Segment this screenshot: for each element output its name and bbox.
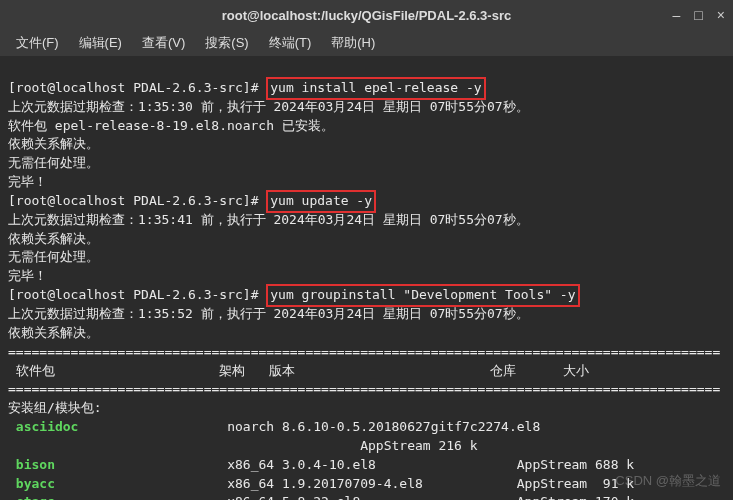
pkg-installed: 软件包 epel-release-8-19.el8.noarch 已安装。 [8,118,334,133]
window-title: root@localhost:/lucky/QGisFile/PDAL-2.6.… [222,8,511,23]
separator: ========================================… [8,381,720,396]
dep-resolved: 依赖关系解决。 [8,231,99,246]
separator: ========================================… [8,344,720,359]
highlight-cmd2: yum update -y [266,190,376,213]
col-arch: 架构 [219,363,245,378]
menu-view[interactable]: 查看(V) [134,32,193,54]
menu-file[interactable]: 文件(F) [8,32,67,54]
menu-terminal[interactable]: 终端(T) [261,32,320,54]
terminal-output[interactable]: [root@localhost PDAL-2.6.3-src]# yum ins… [0,56,733,500]
dep-resolved: 依赖关系解决。 [8,325,99,340]
minimize-icon[interactable]: – [673,7,681,23]
col-repo: 仓库 [490,363,516,378]
prompt: [root@localhost PDAL-2.6.3-src]# [8,80,266,95]
group-label: 安装组/模块包: [8,400,102,415]
prompt: [root@localhost PDAL-2.6.3-src]# [8,287,266,302]
pkg-details: x86_64 1.9.20170709-4.el8 AppStream 91 k [227,476,634,491]
pkg-details: x86_64 5.8-22.el8 AppStream 170 k [227,494,634,500]
pkg-name: ctags [8,494,55,500]
watermark: CSDN @翰墨之道 [615,472,721,490]
meta-line: 上次元数据过期检查：1:35:52 前，执行于 2024年03月24日 星期日 … [8,306,529,321]
col-ver: 版本 [269,363,295,378]
window-controls: – □ × [673,7,725,23]
dep-resolved: 依赖关系解决。 [8,136,99,151]
menu-edit[interactable]: 编辑(E) [71,32,130,54]
pkg-details: x86_64 3.0.4-10.el8 AppStream 688 k [227,457,634,472]
close-icon[interactable]: × [717,7,725,23]
menu-help[interactable]: 帮助(H) [323,32,383,54]
pkg-name: asciidoc [8,419,78,434]
col-size: 大小 [563,363,589,378]
prompt: [root@localhost PDAL-2.6.3-src]# [8,193,266,208]
maximize-icon[interactable]: □ [694,7,702,23]
meta-line: 上次元数据过期检查：1:35:41 前，执行于 2024年03月24日 星期日 … [8,212,529,227]
meta-line: 上次元数据过期检查：1:35:30 前，执行于 2024年03月24日 星期日 … [8,99,529,114]
highlight-cmd3: yum groupinstall "Development Tools" -y [266,284,579,307]
highlight-cmd1: yum install epel-release -y [266,77,485,100]
menubar: 文件(F) 编辑(E) 查看(V) 搜索(S) 终端(T) 帮助(H) [0,30,733,56]
no-action: 无需任何处理。 [8,155,99,170]
done: 完毕！ [8,268,47,283]
menu-search[interactable]: 搜索(S) [197,32,256,54]
pkg-details: AppStream 216 k [8,438,478,453]
col-pkg: 软件包 [8,363,55,378]
done: 完毕！ [8,174,47,189]
no-action: 无需任何处理。 [8,249,99,264]
pkg-name: bison [8,457,55,472]
pkg-details: noarch 8.6.10-0.5.20180627gitf7c2274.el8 [227,419,540,434]
pkg-name: byacc [8,476,55,491]
titlebar: root@localhost:/lucky/QGisFile/PDAL-2.6.… [0,0,733,30]
